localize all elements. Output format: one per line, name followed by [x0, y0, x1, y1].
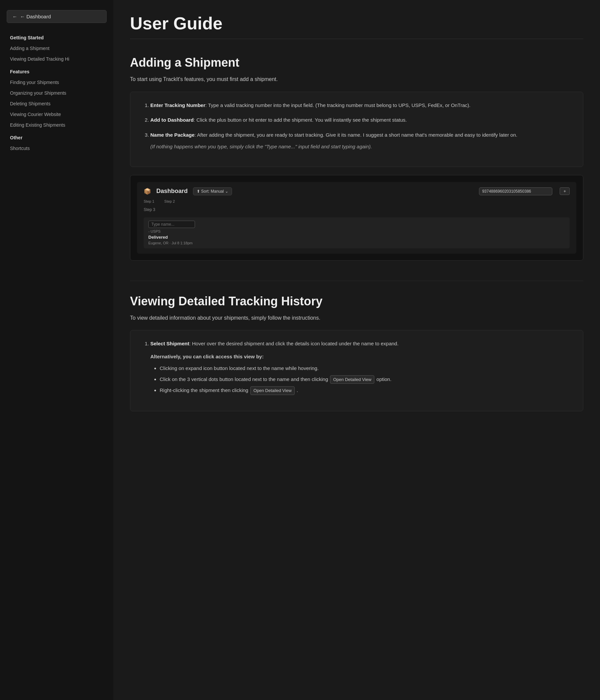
- sidebar-section-other: Other: [7, 133, 107, 142]
- viewing-bullet-2-text: Click on the 3 vertical dots button loca…: [160, 376, 329, 382]
- fake-shipment-row: - USPS Delivered Eugene, OR · Jul 8 1:18…: [144, 217, 570, 248]
- viewing-bullet-2: Click on the 3 vertical dots button loca…: [160, 375, 571, 384]
- fake-step3-label: Step 3: [144, 207, 570, 212]
- fake-name-input[interactable]: [148, 221, 195, 228]
- viewing-bullets: Clicking on expand icon button located n…: [150, 364, 571, 395]
- adding-step-3-label: Name the Package: [150, 132, 195, 138]
- adding-step-2-text: : Click the plus button or hit enter to …: [194, 117, 407, 123]
- viewing-bullet-1: Clicking on expand icon button located n…: [160, 364, 571, 373]
- viewing-steps-list: Select Shipment: Hover over the desired …: [142, 340, 571, 395]
- viewing-step-1: Select Shipment: Hover over the desired …: [150, 340, 571, 395]
- section-title-adding: Adding a Shipment: [130, 56, 583, 70]
- sidebar-item-viewing-tracking[interactable]: Viewing Detailed Tracking Hi: [7, 54, 107, 64]
- page-title-divider: [130, 39, 583, 39]
- open-detailed-view-badge-2: Open Detailed View: [250, 386, 295, 395]
- fake-plus-button: +: [560, 188, 570, 195]
- adding-indent-note: (If nothing happens when you type, simpl…: [150, 143, 571, 151]
- adding-step-3: Name the Package: After adding the shipm…: [150, 131, 571, 151]
- adding-steps-list: Enter Tracking Number: Type a valid trac…: [142, 101, 571, 151]
- section-divider-1: [130, 281, 583, 281]
- open-detailed-view-badge-1: Open Detailed View: [330, 375, 374, 384]
- sidebar-item-organizing-shipments[interactable]: Organizing your Shipments: [7, 88, 107, 98]
- sidebar-section-features: Features: [7, 67, 107, 76]
- section-desc-viewing: To view detailed information about your …: [130, 314, 583, 322]
- adding-step-1: Enter Tracking Number: Type a valid trac…: [150, 101, 571, 110]
- section-viewing-tracking: Viewing Detailed Tracking History To vie…: [130, 294, 583, 411]
- adding-step-1-label: Enter Tracking Number: [150, 102, 205, 108]
- sidebar: ← ← Dashboard Getting Started Adding a S…: [0, 0, 113, 700]
- fake-step-labels: Step 1 Step 2: [144, 199, 570, 203]
- screenshot-adding: 📦 Dashboard ⬆ Sort: Manual ⌄ + Step 1 St…: [130, 175, 583, 261]
- viewing-step-1-label: Select Shipment: [150, 341, 189, 346]
- adding-step-2-label: Add to Dashboard: [150, 117, 194, 123]
- sidebar-item-deleting-shipments[interactable]: Deleting Shipments: [7, 99, 107, 108]
- section-desc-adding: To start using TrackIt's features, you m…: [130, 75, 583, 84]
- instruction-box-adding: Enter Tracking Number: Type a valid trac…: [130, 92, 583, 167]
- fake-status-detail: Eugene, OR · Jul 8 1:18pm: [148, 241, 565, 245]
- fake-status: Delivered: [148, 235, 565, 240]
- instruction-box-viewing: Select Shipment: Hover over the desired …: [130, 330, 583, 411]
- sidebar-item-editing-shipments[interactable]: Editing Existing Shipments: [7, 120, 107, 130]
- dashboard-button[interactable]: ← ← Dashboard: [7, 10, 107, 23]
- sidebar-item-shortcuts[interactable]: Shortcuts: [7, 144, 107, 153]
- viewing-step-1-text: : Hover over the desired shipment and cl…: [189, 341, 399, 346]
- viewing-alt-note: Alternatively, you can click access this…: [150, 353, 571, 361]
- sidebar-item-viewing-courier[interactable]: Viewing Courier Website: [7, 110, 107, 119]
- fake-dashboard-ui: 📦 Dashboard ⬆ Sort: Manual ⌄ + Step 1 St…: [137, 182, 576, 254]
- dashboard-button-label: ← Dashboard: [20, 14, 51, 19]
- section-adding-shipment: Adding a Shipment To start using TrackIt…: [130, 56, 583, 261]
- section-title-viewing: Viewing Detailed Tracking History: [130, 294, 583, 308]
- fake-courier: - USPS: [148, 229, 565, 233]
- viewing-bullet-3: Right-clicking the shipment then clickin…: [160, 386, 571, 395]
- fake-sort-button: ⬆ Sort: Manual ⌄: [193, 188, 232, 195]
- fake-tracking-input[interactable]: [479, 188, 552, 195]
- fake-step2-label: Step 2: [164, 199, 175, 203]
- fake-dashboard-label: Dashboard: [156, 188, 188, 195]
- adding-step-3-text: : After adding the shipment, you are rea…: [195, 132, 517, 138]
- adding-step-1-text: : Type a valid tracking number into the …: [205, 102, 470, 108]
- sidebar-item-finding-shipments[interactable]: Finding your Shipments: [7, 78, 107, 87]
- sidebar-section-getting-started: Getting Started: [7, 33, 107, 42]
- sidebar-item-adding-shipment[interactable]: Adding a Shipment: [7, 44, 107, 53]
- viewing-bullet-3-suffix: .: [297, 388, 298, 393]
- back-arrow-icon: ←: [12, 14, 17, 19]
- viewing-bullet-3-text: Right-clicking the shipment then clickin…: [160, 388, 250, 393]
- adding-step-2: Add to Dashboard: Click the plus button …: [150, 116, 571, 124]
- fake-dashboard-header: 📦 Dashboard ⬆ Sort: Manual ⌄ +: [144, 188, 570, 195]
- main-content: User Guide Adding a Shipment To start us…: [113, 0, 600, 700]
- fake-step1-label: Step 1: [144, 199, 154, 203]
- page-title: User Guide: [130, 13, 583, 33]
- viewing-bullet-2-suffix: option.: [376, 376, 391, 382]
